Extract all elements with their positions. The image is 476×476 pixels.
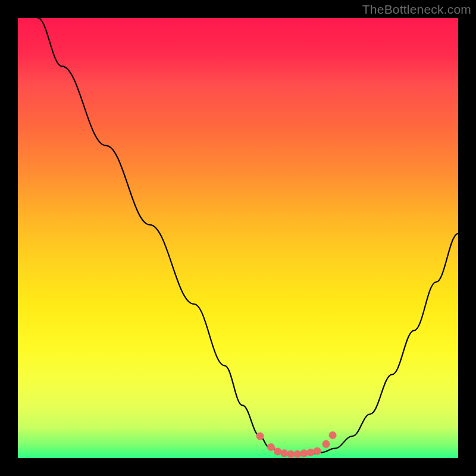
marker-dot bbox=[314, 447, 321, 455]
curve-layer bbox=[18, 18, 458, 458]
marker-dot bbox=[329, 431, 337, 439]
marker-dot bbox=[300, 449, 308, 457]
marker-dot bbox=[293, 450, 301, 458]
marker-dot bbox=[267, 443, 275, 451]
marker-dot bbox=[256, 433, 264, 440]
bottleneck-curve bbox=[37, 18, 458, 455]
marker-dot bbox=[307, 449, 315, 456]
chart-frame: TheBottleneck.com bbox=[0, 0, 476, 476]
marker-dot bbox=[274, 447, 281, 455]
sweet-spot-markers bbox=[256, 431, 337, 458]
marker-dot bbox=[287, 450, 295, 458]
marker-dot bbox=[280, 449, 288, 457]
watermark-text: TheBottleneck.com bbox=[362, 2, 471, 17]
marker-dot bbox=[322, 440, 330, 448]
